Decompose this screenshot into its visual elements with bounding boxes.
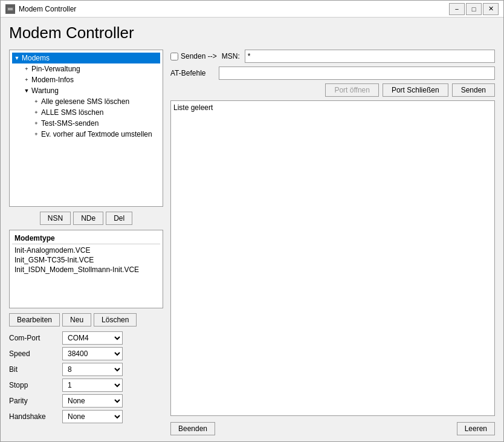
bearbeiten-button[interactable]: Bearbeiten xyxy=(9,313,60,327)
leeren-button[interactable]: Leeren xyxy=(457,422,495,435)
senden-checkbox[interactable] xyxy=(170,53,178,60)
bottom-row: Beenden Leeren xyxy=(170,422,495,435)
close-button[interactable]: ✕ xyxy=(483,3,499,15)
main-content: Modem Controller ▼Modems+Pin-Verwaltung+… xyxy=(1,18,503,441)
comport-field-select[interactable]: 12 xyxy=(62,379,123,392)
window-title: Modem Controller xyxy=(19,5,449,13)
minimize-button[interactable]: − xyxy=(449,3,465,15)
comport-field-label: Handshake xyxy=(9,412,57,421)
tree-item[interactable]: +Ev. vorher auf Textmode umstellen xyxy=(12,129,160,140)
tree-item[interactable]: +Modem-Infos xyxy=(12,74,160,85)
del-button[interactable]: Del xyxy=(106,212,132,225)
msn-label: MSN: xyxy=(222,52,240,60)
tree-expander-icon: ▼ xyxy=(22,86,31,96)
at-input[interactable] xyxy=(219,67,495,80)
output-text: Liste geleert xyxy=(173,103,213,112)
comport-row: Com-PortCOM1COM2COM3COM4 xyxy=(9,331,163,345)
tree-item-label: ALLE SMS löschen xyxy=(41,108,103,117)
app-icon xyxy=(5,4,15,14)
comport-field-label: Bit xyxy=(9,365,57,374)
maximize-button[interactable]: □ xyxy=(466,3,482,15)
tree-item-label: Alle gelesene SMS löschen xyxy=(41,97,129,106)
comport-field-select[interactable]: NoneEvenOdd xyxy=(62,394,123,408)
modemtype-row[interactable]: Init_GSM-TC35-Init.VCE xyxy=(12,255,160,265)
tree-item-label: Wartung xyxy=(31,86,59,95)
tree-item[interactable]: ▼Wartung xyxy=(12,85,160,96)
tree-item[interactable]: +Alle gelesene SMS löschen xyxy=(12,96,160,107)
modemtype-header: Modemtype xyxy=(12,233,160,244)
neu-button[interactable]: Neu xyxy=(62,313,91,327)
comport-field-label: Com-Port xyxy=(9,334,57,342)
titlebar: Modem Controller − □ ✕ xyxy=(1,1,503,18)
tree-item-label: Modems xyxy=(22,54,50,62)
tree-item[interactable]: +Test-SMS-senden xyxy=(12,118,160,129)
comport-field-select[interactable]: NoneRTS/CTSXON/XOFF xyxy=(62,410,123,423)
tree-expander-icon: ▼ xyxy=(12,53,22,63)
comport-row: HandshakeNoneRTS/CTSXON/XOFF xyxy=(9,410,163,423)
modemtype-container[interactable]: Modemtype Init-Analogmodem.VCEInit_GSM-T… xyxy=(9,230,163,308)
at-label: AT-Befehle xyxy=(170,69,214,77)
comport-row: Stopp12 xyxy=(9,379,163,392)
senden-checkbox-label[interactable]: Senden --> xyxy=(170,52,217,60)
tree-container[interactable]: ▼Modems+Pin-Verwaltung+Modem-Infos▼Wartu… xyxy=(9,50,163,207)
tree-expander-icon: + xyxy=(22,75,31,85)
tree-expander-icon: + xyxy=(31,97,41,106)
port-close-button[interactable]: Port Schließen xyxy=(383,83,448,97)
tree-item[interactable]: +Pin-Verwaltung xyxy=(12,63,160,74)
comport-field-label: Speed xyxy=(9,349,57,358)
tree-item-label: Modem-Infos xyxy=(31,76,74,84)
nde-button[interactable]: NDe xyxy=(73,212,103,225)
comport-row: ParityNoneEvenOdd xyxy=(9,394,163,408)
svg-rect-1 xyxy=(8,8,13,10)
main-window: Modem Controller − □ ✕ Modem Controller … xyxy=(0,0,504,442)
beenden-button[interactable]: Beenden xyxy=(170,422,215,435)
nsn-button[interactable]: NSN xyxy=(40,212,71,225)
tree-expander-icon: + xyxy=(31,108,41,117)
port-buttons: Port öffnen Port Schließen Senden xyxy=(170,83,495,97)
modemtype-row[interactable]: Init-Analogmodem.VCE xyxy=(12,245,160,255)
loeschen-button[interactable]: Löschen xyxy=(94,313,137,327)
comport-field-select[interactable]: 9600192003840057600115200 xyxy=(62,347,123,360)
tree-buttons: NSN NDe Del xyxy=(9,212,163,225)
tree-item[interactable]: ▼Modems xyxy=(12,53,160,63)
msn-row: Senden --> MSN: xyxy=(170,50,495,63)
comport-field-select[interactable]: 78 xyxy=(62,363,123,376)
tree-expander-icon: + xyxy=(31,119,41,128)
at-row: AT-Befehle xyxy=(170,67,495,80)
tree-item-label: Pin-Verwaltung xyxy=(31,65,80,73)
comport-field-label: Stopp xyxy=(9,381,57,389)
tree-item[interactable]: +ALLE SMS löschen xyxy=(12,107,160,118)
output-area: Liste geleert xyxy=(170,100,495,416)
right-panel: Senden --> MSN: AT-Befehle Port öffnen P… xyxy=(170,50,495,435)
comport-field-label: Parity xyxy=(9,397,57,405)
senden-button[interactable]: Senden xyxy=(452,83,495,97)
window-controls: − □ ✕ xyxy=(449,3,499,15)
right-bottom-buttons: Leeren xyxy=(457,422,495,435)
tree-expander-icon: + xyxy=(31,129,41,139)
comport-section: Com-PortCOM1COM2COM3COM4Speed96001920038… xyxy=(9,331,163,423)
msn-input[interactable] xyxy=(245,50,495,63)
left-bottom-buttons: Beenden xyxy=(170,422,215,435)
left-panel: ▼Modems+Pin-Verwaltung+Modem-Infos▼Wartu… xyxy=(9,50,163,435)
tree-item-label: Test-SMS-senden xyxy=(41,119,99,128)
comport-field-select[interactable]: COM1COM2COM3COM4 xyxy=(62,331,123,345)
tree-item-label: Ev. vorher auf Textmode umstellen xyxy=(41,130,152,138)
port-open-button[interactable]: Port öffnen xyxy=(325,83,379,97)
modemtype-row[interactable]: Init_ISDN_Modem_Stollmann-Init.VCE xyxy=(12,265,160,275)
content-area: ▼Modems+Pin-Verwaltung+Modem-Infos▼Wartu… xyxy=(9,50,495,435)
comport-row: Bit78 xyxy=(9,363,163,376)
app-title: Modem Controller xyxy=(9,24,495,42)
modemtype-buttons: Bearbeiten Neu Löschen xyxy=(9,313,163,327)
comport-row: Speed9600192003840057600115200 xyxy=(9,347,163,360)
tree-expander-icon: + xyxy=(22,64,31,74)
